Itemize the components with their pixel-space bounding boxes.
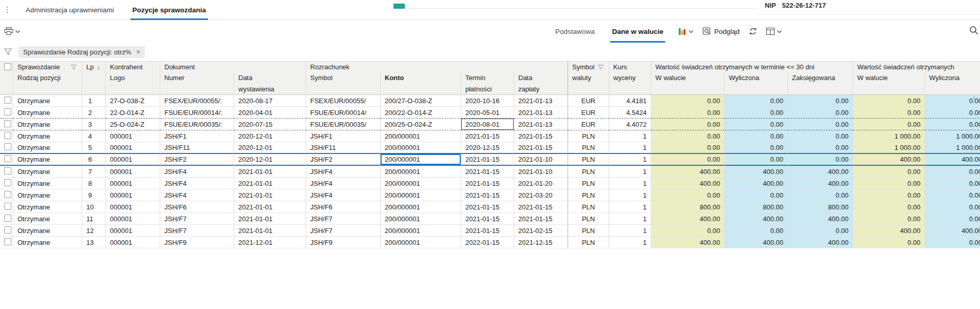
cell-w_walucie_1[interactable]: 0.00 xyxy=(651,95,725,107)
cell-numer[interactable]: JSH/F11 xyxy=(160,142,234,154)
cell-konto[interactable]: 200/000001 xyxy=(381,237,461,248)
col-group-dokument[interactable]: Dokument xyxy=(160,61,306,72)
cell-data_zaplaty[interactable]: 2021-01-15 xyxy=(514,201,568,213)
row-checkbox[interactable] xyxy=(4,167,11,175)
cell-numer[interactable]: JSH/F4 xyxy=(160,189,234,201)
cell-rodzaj[interactable]: Otrzymane xyxy=(13,166,82,178)
cell-zaksiegowana_1[interactable]: 0.00 xyxy=(788,130,853,142)
cell-lp[interactable]: 10 xyxy=(82,201,106,213)
table-row[interactable]: Otrzymane9000001JSH/F42021-01-01JSH/F420… xyxy=(0,189,980,201)
col-header-lp[interactable]: Lp↓ xyxy=(82,61,106,72)
cell-data_zaplaty[interactable]: 2021-01-15 xyxy=(514,142,568,154)
cell-kurs[interactable]: 1 xyxy=(609,154,651,166)
cell-konto[interactable]: 200/000001 xyxy=(381,166,461,178)
cell-logo[interactable]: 000001 xyxy=(106,142,160,154)
chart-button[interactable] xyxy=(679,27,693,35)
col-header-waluty[interactable]: waluty xyxy=(568,72,609,95)
cell-waluta[interactable]: PLN xyxy=(568,166,609,178)
cell-rodzaj[interactable]: Otrzymane xyxy=(13,178,82,189)
cell-w_walucie_1[interactable]: 0.00 xyxy=(651,225,725,237)
cell-data_zaplaty[interactable]: 2021-12-15 xyxy=(514,237,568,248)
cell-zaksiegowana_1[interactable]: 400.00 xyxy=(788,213,853,225)
cell-w_walucie_2[interactable]: 0.00 xyxy=(853,237,925,248)
cell-kurs[interactable]: 4.5424 xyxy=(609,107,651,119)
cell-w_walucie_2[interactable]: 400.00 xyxy=(853,154,925,166)
sort-desc-icon[interactable]: ↓ xyxy=(97,64,100,71)
cell-numer[interactable]: JSH/F2 xyxy=(160,154,234,166)
cell-kurs[interactable]: 1 xyxy=(609,201,651,213)
cell-konto[interactable]: 200/000001 xyxy=(381,225,461,237)
col-group-otrzymane[interactable]: Wartość świadczeń otrzymanych xyxy=(853,61,980,72)
col-header-data-zaplaty[interactable]: Data xyxy=(514,72,568,84)
cell-termin[interactable]: 2020-12-15 xyxy=(461,142,514,154)
row-select-cell[interactable] xyxy=(0,166,13,178)
row-select-cell[interactable] xyxy=(0,237,13,248)
cell-zaksiegowana_1[interactable]: 0.00 xyxy=(788,189,853,201)
cell-w_walucie_2[interactable]: 0.00 xyxy=(853,201,925,213)
cell-wyliczona_2[interactable]: 0.00 xyxy=(925,107,980,119)
cell-rodzaj[interactable]: Otrzymane xyxy=(13,189,82,201)
cell-w_walucie_1[interactable]: 400.00 xyxy=(651,213,725,225)
table-row[interactable]: Otrzymane5000001JSH/F112020-12-01JSH/F11… xyxy=(0,142,980,154)
cell-w_walucie_1[interactable]: 0.00 xyxy=(651,142,725,154)
cell-termin[interactable]: 2021-01-15 xyxy=(461,154,514,166)
cell-lp[interactable]: 9 xyxy=(82,189,106,201)
cell-rodzaj[interactable]: Otrzymane xyxy=(13,119,82,130)
table-row[interactable]: Otrzymane12000001JSH/F72021-01-01JSH/F72… xyxy=(0,225,980,237)
row-checkbox[interactable] xyxy=(4,179,11,186)
cell-data_wystawienia[interactable]: 2021-01-01 xyxy=(234,166,306,178)
cell-lp[interactable]: 5 xyxy=(82,142,106,154)
table-row[interactable]: Otrzymane325-O-024-ZFSUE/EUR/00035/:2020… xyxy=(0,119,980,130)
cell-w_walucie_2[interactable]: 0.00 xyxy=(853,213,925,225)
cell-data_wystawienia[interactable]: 2020-08-17 xyxy=(234,95,306,107)
col-header-konto[interactable]: Konto xyxy=(381,72,461,95)
col-group-30dni[interactable]: Wartość świadczeń otrzymanych w terminie… xyxy=(651,61,853,72)
scroll-left-icon[interactable]: ‹ xyxy=(973,93,975,102)
refresh-button[interactable] xyxy=(749,27,757,35)
cell-rodzaj[interactable]: Otrzymane xyxy=(13,154,82,166)
row-select-cell[interactable] xyxy=(0,189,13,201)
cell-waluta[interactable]: EUR xyxy=(568,107,609,119)
cell-kurs[interactable]: 4.4181 xyxy=(609,95,651,107)
cell-w_walucie_1[interactable]: 400.00 xyxy=(651,237,725,248)
filter-funnel-icon[interactable] xyxy=(4,48,12,55)
cell-w_walucie_1[interactable]: 400.00 xyxy=(651,166,725,178)
row-select-cell[interactable] xyxy=(0,95,13,107)
cell-termin[interactable]: 2021-01-15 xyxy=(461,189,514,201)
col-header-w-walucie-1[interactable]: W walucie xyxy=(651,72,725,95)
cell-zaksiegowana_1[interactable]: 0.00 xyxy=(788,119,853,130)
cell-symbol[interactable]: FSUE/EUR/00014/ xyxy=(306,107,381,119)
cell-numer[interactable]: JSH/F6 xyxy=(160,201,234,213)
cell-kurs[interactable]: 1 xyxy=(609,166,651,178)
cell-lp[interactable]: 7 xyxy=(82,166,106,178)
cell-termin[interactable]: 2021-01-15 xyxy=(461,166,514,178)
cell-konto[interactable]: 200/000001 xyxy=(381,189,461,201)
cell-logo[interactable]: 000001 xyxy=(106,213,160,225)
cell-waluta[interactable]: EUR xyxy=(568,95,609,107)
cell-termin[interactable]: 2022-01-15 xyxy=(461,237,514,248)
cell-zaksiegowana_1[interactable]: 0.00 xyxy=(788,225,853,237)
cell-konto[interactable]: 200/000001 xyxy=(381,201,461,213)
col-header-logo[interactable]: Logo xyxy=(106,72,160,95)
cell-symbol[interactable]: JSH/F2 xyxy=(306,154,381,166)
cell-numer[interactable]: JSH/F1 xyxy=(160,130,234,142)
cell-wyliczona_1[interactable]: 0.00 xyxy=(725,130,788,142)
cell-lp[interactable]: 8 xyxy=(82,178,106,189)
cell-w_walucie_2[interactable]: 0.00 xyxy=(853,107,925,119)
col-header-kurs[interactable]: Kurs xyxy=(609,61,651,72)
cell-numer[interactable]: JSH/F7 xyxy=(160,225,234,237)
cell-zaksiegowana_1[interactable]: 0.00 xyxy=(788,107,853,119)
cell-logo[interactable]: 000001 xyxy=(106,154,160,166)
cell-w_walucie_2[interactable]: 400.00 xyxy=(853,225,925,237)
cell-zaksiegowana_1[interactable]: 0.00 xyxy=(788,95,853,107)
cell-w_walucie_1[interactable]: 0.00 xyxy=(651,189,725,201)
table-row[interactable]: Otrzymane8000001JSH/F42021-01-01JSH/F420… xyxy=(0,178,980,189)
col-header-data-wystawienia[interactable]: Data xyxy=(234,72,306,84)
cell-wyliczona_2[interactable]: 0.00 xyxy=(925,178,980,189)
row-checkbox[interactable] xyxy=(4,132,11,139)
table-row[interactable]: Otrzymane127-O-038-ZFSEX/EUR/00055/:2020… xyxy=(0,95,980,107)
col-header-zaksiegowana[interactable]: Zaksięgowana xyxy=(788,72,853,95)
layout-export-button[interactable] xyxy=(766,28,782,35)
cell-wyliczona_2[interactable]: 1 000.00 xyxy=(925,142,980,154)
row-select-cell[interactable] xyxy=(0,225,13,237)
